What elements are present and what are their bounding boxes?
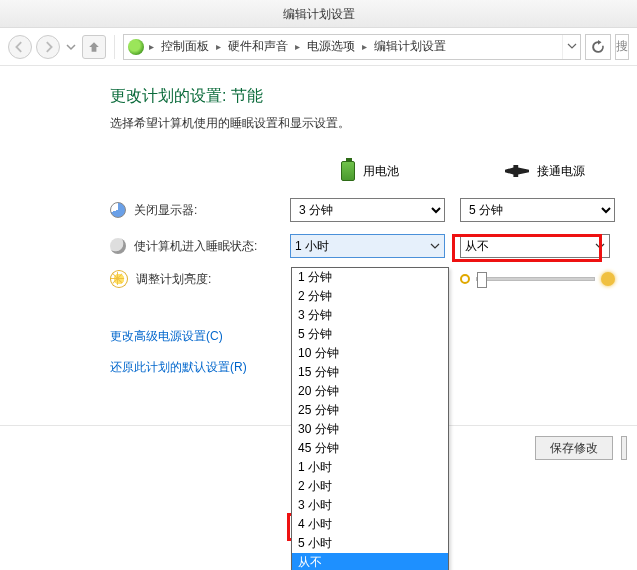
- sun-dim-icon: [460, 274, 470, 284]
- col-header-battery: 用电池: [290, 156, 450, 186]
- breadcrumb-seg-hardware[interactable]: 硬件和声音: [226, 38, 290, 55]
- annotation-red-box: [452, 234, 602, 262]
- dropdown-option[interactable]: 4 小时: [292, 515, 448, 534]
- dropdown-option[interactable]: 从不: [292, 553, 448, 570]
- search-box-fragment[interactable]: 搜: [615, 34, 629, 60]
- window-titlebar: 编辑计划设置: [0, 0, 637, 28]
- dropdown-option[interactable]: 15 分钟: [292, 363, 448, 382]
- up-button[interactable]: [82, 35, 106, 59]
- sleep-battery-dropdown[interactable]: 1 分钟2 分钟3 分钟5 分钟10 分钟15 分钟20 分钟25 分钟30 分…: [291, 267, 449, 570]
- dropdown-option[interactable]: 1 分钟: [292, 268, 448, 287]
- chevron-right-icon: ▸: [213, 41, 224, 52]
- save-button[interactable]: 保存修改: [535, 436, 613, 460]
- page-subheading: 选择希望计算机使用的睡眠设置和显示设置。: [110, 115, 637, 132]
- dropdown-option[interactable]: 10 分钟: [292, 344, 448, 363]
- dropdown-option[interactable]: 45 分钟: [292, 439, 448, 458]
- dropdown-option[interactable]: 5 小时: [292, 534, 448, 553]
- dropdown-option[interactable]: 25 分钟: [292, 401, 448, 420]
- recent-locations-button[interactable]: [64, 36, 78, 58]
- sun-bright-icon: [601, 272, 615, 286]
- dropdown-option[interactable]: 2 小时: [292, 477, 448, 496]
- slider-track[interactable]: [476, 277, 595, 281]
- footer-buttons: 保存修改: [535, 436, 627, 460]
- breadcrumb-seg-edit-plan[interactable]: 编辑计划设置: [372, 38, 448, 55]
- address-dropdown-button[interactable]: [562, 35, 580, 59]
- nav-toolbar: ▸ 控制面板 ▸ 硬件和声音 ▸ 电源选项 ▸ 编辑计划设置 搜: [0, 28, 637, 66]
- search-hint: 搜: [616, 38, 628, 55]
- dropdown-option[interactable]: 20 分钟: [292, 382, 448, 401]
- brightness-plugged-slider[interactable]: [460, 272, 615, 286]
- display-icon: [110, 202, 126, 218]
- dropdown-option[interactable]: 3 分钟: [292, 306, 448, 325]
- row-label-display-off: 关闭显示器:: [110, 202, 280, 219]
- col-label-battery: 用电池: [363, 163, 399, 180]
- slider-thumb[interactable]: [477, 272, 487, 288]
- row-text-brightness: 调整计划亮度:: [136, 271, 211, 288]
- sleep-battery-select[interactable]: 1 小时: [290, 234, 445, 258]
- row-label-brightness: 调整计划亮度:: [110, 270, 280, 288]
- address-bar[interactable]: ▸ 控制面板 ▸ 硬件和声音 ▸ 电源选项 ▸ 编辑计划设置: [123, 34, 581, 60]
- sun-icon: [110, 270, 128, 288]
- moon-icon: [110, 238, 126, 254]
- dropdown-option[interactable]: 1 小时: [292, 458, 448, 477]
- breadcrumb-seg-control-panel[interactable]: 控制面板: [159, 38, 211, 55]
- dropdown-option[interactable]: 2 分钟: [292, 287, 448, 306]
- breadcrumb-seg-power[interactable]: 电源选项: [305, 38, 357, 55]
- forward-button[interactable]: [36, 35, 60, 59]
- dropdown-option[interactable]: 30 分钟: [292, 420, 448, 439]
- chevron-right-icon: ▸: [146, 41, 157, 52]
- chevron-right-icon: ▸: [292, 41, 303, 52]
- col-header-plugged: 接通电源: [460, 156, 630, 186]
- row-text-sleep: 使计算机进入睡眠状态:: [134, 238, 257, 255]
- dropdown-option[interactable]: 5 分钟: [292, 325, 448, 344]
- display-off-battery-select[interactable]: 3 分钟: [290, 198, 445, 222]
- power-plan-icon: [128, 39, 144, 55]
- page-heading: 更改计划的设置: 节能: [110, 86, 637, 107]
- button-fragment[interactable]: [621, 436, 627, 460]
- window-title: 编辑计划设置: [283, 7, 355, 21]
- chevron-right-icon: ▸: [359, 41, 370, 52]
- back-button[interactable]: [8, 35, 32, 59]
- row-label-sleep: 使计算机进入睡眠状态:: [110, 238, 280, 255]
- divider: [114, 35, 115, 59]
- battery-icon: [341, 161, 355, 181]
- plug-icon: [505, 165, 529, 177]
- display-off-plugged-select[interactable]: 5 分钟: [460, 198, 615, 222]
- col-label-plugged: 接通电源: [537, 163, 585, 180]
- refresh-button[interactable]: [585, 34, 611, 60]
- row-text-display-off: 关闭显示器:: [134, 202, 197, 219]
- chevron-down-icon: [430, 241, 440, 251]
- select-value: 1 小时: [295, 238, 329, 255]
- dropdown-option[interactable]: 3 小时: [292, 496, 448, 515]
